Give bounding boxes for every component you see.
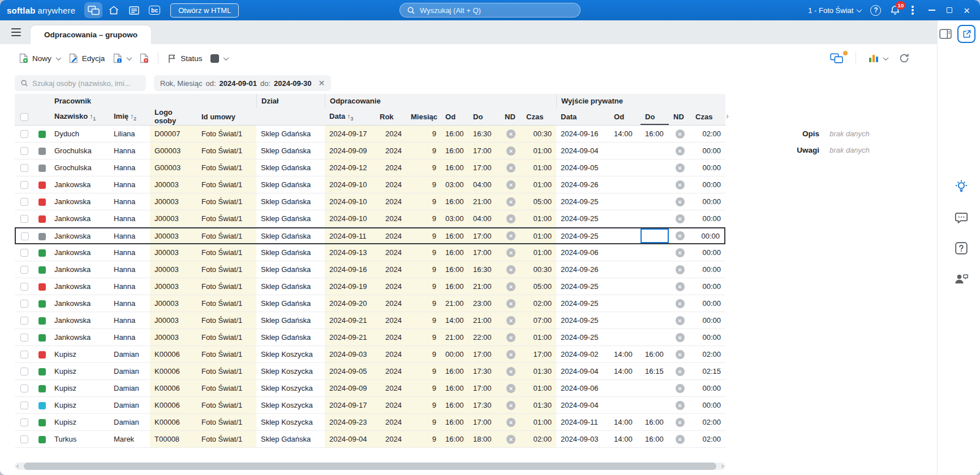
table-row[interactable]: Kupisz Damian K00006 Foto Świat/1 Sklep … [15, 346, 725, 363]
cell-miesiac[interactable]: 9 [406, 329, 441, 346]
cell-do2[interactable]: 16:00 [641, 414, 669, 431]
maximize-button[interactable] [947, 7, 952, 13]
cell-nazwisko[interactable]: Jankowska [50, 312, 109, 329]
cell-nd[interactable]: × [500, 126, 522, 142]
cell-nd[interactable]: × [500, 312, 522, 329]
cell-data-odpracowania[interactable]: 2024-09-09 [325, 380, 375, 397]
row-checkbox[interactable] [20, 215, 28, 223]
cell-checkbox[interactable] [15, 159, 34, 176]
cell-checkbox[interactable] [15, 227, 34, 244]
cell-imie[interactable]: Hanna [109, 227, 150, 244]
cell-do[interactable]: 18:00 [468, 431, 500, 448]
edit-button[interactable]: Edycja [65, 50, 109, 66]
cell-od[interactable]: 16:00 [441, 193, 468, 210]
cell-dzial[interactable]: Sklep Koszycka [256, 346, 325, 363]
cell-logo-osoby[interactable]: K00006 [150, 363, 197, 380]
cell-rok[interactable]: 2024 [375, 227, 406, 244]
row-checkbox[interactable] [20, 283, 28, 291]
cell-nd2[interactable]: × [669, 329, 691, 346]
cell-logo-osoby[interactable]: J00003 [150, 193, 197, 210]
cell-od2[interactable] [609, 159, 641, 176]
share-button[interactable] [957, 25, 975, 43]
cell-data-odpracowania[interactable]: 2024-09-10 [325, 210, 375, 227]
cell-checkbox[interactable] [15, 397, 34, 414]
cell-data-wyjscia[interactable]: 2024-09-25 [556, 278, 609, 295]
cell-logo-osoby[interactable]: J00003 [150, 295, 197, 312]
cell-od2[interactable]: 14:00 [609, 126, 641, 142]
cell-miesiac[interactable]: 9 [406, 278, 441, 295]
cell-id-umowy[interactable]: Foto Świat/1 [197, 193, 256, 210]
cell-id-umowy[interactable]: Foto Świat/1 [197, 227, 256, 244]
cell-dzial[interactable]: Sklep Gdańska [256, 159, 325, 176]
cell-nazwisko[interactable]: Jankowska [50, 210, 109, 227]
cell-do[interactable]: 21:00 [468, 312, 500, 329]
cell-logo-osoby[interactable]: J00003 [150, 210, 197, 227]
cell-nd[interactable]: × [500, 380, 522, 397]
cell-data-wyjscia[interactable]: 2024-09-16 [556, 126, 609, 142]
cell-dzial[interactable]: Sklep Gdańska [256, 329, 325, 346]
cell-czas2[interactable]: 00:00 [691, 159, 725, 176]
cell-nazwisko[interactable]: Jankowska [50, 244, 109, 261]
cell-data-odpracowania[interactable]: 2024-09-10 [325, 193, 375, 210]
chart-button[interactable] [865, 51, 892, 66]
cell-rok[interactable]: 2024 [375, 261, 406, 278]
cell-dzial[interactable]: Sklep Gdańska [256, 227, 325, 244]
cell-imie[interactable]: Hanna [109, 142, 150, 159]
remove-filter-icon[interactable]: ✕ [319, 79, 325, 88]
cell-miesiac[interactable]: 9 [406, 261, 441, 278]
cell-do2[interactable]: 16:00 [641, 431, 669, 448]
cell-logo-osoby[interactable]: J00003 [150, 227, 197, 244]
cell-od[interactable]: 00:00 [441, 346, 468, 363]
cell-do[interactable]: 17:30 [468, 363, 500, 380]
cell-do2[interactable] [641, 244, 669, 261]
cell-do2[interactable] [641, 227, 669, 244]
cell-id-umowy[interactable]: Foto Świat/1 [197, 397, 256, 414]
cell-miesiac[interactable]: 9 [406, 346, 441, 363]
row-checkbox[interactable] [20, 266, 28, 274]
col-czas[interactable]: Czas [522, 108, 556, 126]
cell-rok[interactable]: 2024 [375, 312, 406, 329]
cell-czas[interactable]: 07:00 [522, 312, 556, 329]
cell-miesiac[interactable]: 9 [406, 227, 441, 244]
comments-button[interactable] [955, 211, 968, 224]
cell-imie[interactable]: Hanna [109, 329, 150, 346]
cell-czas2[interactable]: 02:00 [691, 414, 725, 431]
row-checkbox[interactable] [20, 147, 28, 155]
cell-data-wyjscia[interactable]: 2024-09-03 [556, 431, 609, 448]
cell-checkbox[interactable] [15, 244, 34, 261]
cell-dzial[interactable]: Sklep Gdańska [256, 210, 325, 227]
cell-do[interactable]: 17:00 [468, 346, 500, 363]
cell-od[interactable]: 14:00 [441, 312, 468, 329]
cell-od[interactable]: 16:00 [441, 380, 468, 397]
cell-data-odpracowania[interactable]: 2024-09-09 [325, 142, 375, 159]
cell-dzial[interactable]: Sklep Koszycka [256, 414, 325, 431]
cell-logo-osoby[interactable]: J00003 [150, 176, 197, 193]
cell-logo-osoby[interactable]: K00006 [150, 397, 197, 414]
cell-od2[interactable]: 14:00 [609, 346, 641, 363]
cell-id-umowy[interactable]: Foto Świat/1 [197, 431, 256, 448]
cell-nd[interactable]: × [500, 210, 522, 227]
cell-nazwisko[interactable]: Turkus [50, 431, 109, 448]
cell-nazwisko[interactable]: Kupisz [50, 363, 109, 380]
col-nd[interactable]: ND [500, 108, 522, 126]
cell-czas[interactable]: 05:00 [522, 193, 556, 210]
more-columns-icon[interactable]: › [726, 111, 729, 120]
cell-nd[interactable]: × [500, 159, 522, 176]
contact-button[interactable] [954, 273, 969, 285]
cell-od2[interactable] [609, 227, 641, 244]
table-row[interactable]: Jankowska Hanna J00003 Foto Świat/1 Skle… [15, 278, 725, 295]
cell-dzial[interactable]: Sklep Gdańska [256, 142, 325, 159]
cell-od[interactable]: 16:00 [441, 431, 468, 448]
row-checkbox[interactable] [20, 130, 28, 138]
cell-nazwisko[interactable]: Jankowska [50, 295, 109, 312]
cell-do[interactable]: 21:00 [468, 193, 500, 210]
cell-data-wyjscia[interactable]: 2024-09-06 [556, 380, 609, 397]
cell-od[interactable]: 03:00 [441, 210, 468, 227]
cell-nd2[interactable]: × [669, 176, 691, 193]
col-data-odpracowania[interactable]: Data↑3 [325, 108, 375, 126]
cell-nd[interactable]: × [500, 414, 522, 431]
cell-imie[interactable]: Hanna [109, 159, 150, 176]
cell-czas[interactable]: 00:30 [522, 261, 556, 278]
table-row[interactable]: Jankowska Hanna J00003 Foto Świat/1 Skle… [15, 210, 725, 227]
cell-od2[interactable] [609, 397, 641, 414]
